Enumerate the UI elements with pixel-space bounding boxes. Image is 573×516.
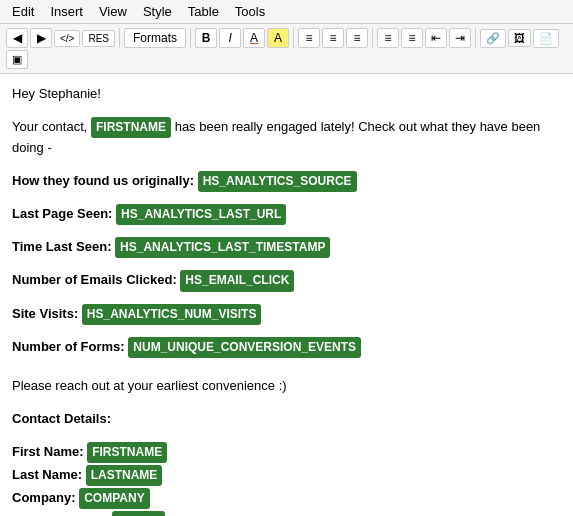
token-last-timestamp: HS_ANALYTICS_LAST_TIMESTAMP bbox=[115, 237, 330, 258]
divider-3 bbox=[293, 28, 294, 48]
reach-out-text: Please reach out at your earliest conven… bbox=[12, 378, 287, 393]
doc-button[interactable]: 📄 bbox=[533, 29, 559, 48]
italic-button[interactable]: I bbox=[219, 28, 241, 48]
token-num-visits: HS_ANALYTICS_NUM_VISITS bbox=[82, 304, 262, 325]
contact-lastname-line: Last Name: LASTNAME bbox=[12, 465, 561, 486]
analytics-source-label: How they found us originally: bbox=[12, 173, 194, 188]
align-center-button[interactable]: ≡ bbox=[322, 28, 344, 48]
menu-style[interactable]: Style bbox=[135, 2, 180, 21]
time-last-label: Time Last Seen: bbox=[12, 239, 111, 254]
align-left-button[interactable]: ≡ bbox=[298, 28, 320, 48]
spacer-5 bbox=[12, 260, 561, 270]
contact-company-line: Company: COMPANY bbox=[12, 488, 561, 509]
menu-tools[interactable]: Tools bbox=[227, 2, 273, 21]
media-button[interactable]: ▣ bbox=[6, 50, 28, 69]
token-analytics-source: HS_ANALYTICS_SOURCE bbox=[198, 171, 357, 192]
redo-button[interactable]: ▶ bbox=[30, 28, 52, 48]
emails-clicked-line: Number of Emails Clicked: HS_EMAIL_CLICK bbox=[12, 270, 561, 291]
menu-table[interactable]: Table bbox=[180, 2, 227, 21]
code-button[interactable]: </> bbox=[54, 30, 80, 47]
intro-text: Your contact, bbox=[12, 119, 87, 134]
image-button[interactable]: 🖼 bbox=[508, 29, 531, 47]
divider-5 bbox=[475, 28, 476, 48]
token-contact-lastname: LASTNAME bbox=[86, 465, 163, 486]
intro-line: Your contact, FIRSTNAME has been really … bbox=[12, 117, 561, 159]
align-right-button[interactable]: ≡ bbox=[346, 28, 368, 48]
spacer-1 bbox=[12, 107, 561, 117]
contact-firstname-line: First Name: FIRSTNAME bbox=[12, 442, 561, 463]
token-last-url: HS_ANALYTICS_LAST_URL bbox=[116, 204, 286, 225]
contact-company-label: Company: bbox=[12, 490, 76, 505]
contact-details-label-line: Contact Details: bbox=[12, 409, 561, 430]
menu-insert[interactable]: Insert bbox=[42, 2, 91, 21]
font-bg-button[interactable]: A bbox=[267, 28, 289, 48]
time-last-line: Time Last Seen: HS_ANALYTICS_LAST_TIMEST… bbox=[12, 237, 561, 258]
spacer-2 bbox=[12, 161, 561, 171]
spacer-8 bbox=[12, 360, 561, 376]
link-button[interactable]: 🔗 bbox=[480, 29, 506, 48]
token-contact-phone: PHONE bbox=[112, 511, 165, 516]
num-forms-label: Number of Forms: bbox=[12, 339, 125, 354]
divider-2 bbox=[190, 28, 191, 48]
analytics-source-line: How they found us originally: HS_ANALYTI… bbox=[12, 171, 561, 192]
spacer-6 bbox=[12, 294, 561, 304]
menu-bar: Edit Insert View Style Table Tools bbox=[0, 0, 573, 24]
ol-button[interactable]: ≡ bbox=[401, 28, 423, 48]
contact-details-label: Contact Details: bbox=[12, 411, 111, 426]
source-button[interactable]: RES bbox=[82, 30, 115, 47]
outdent-button[interactable]: ⇤ bbox=[425, 28, 447, 48]
spacer-7 bbox=[12, 327, 561, 337]
num-forms-line: Number of Forms: NUM_UNIQUE_CONVERSION_E… bbox=[12, 337, 561, 358]
reach-out-line: Please reach out at your earliest conven… bbox=[12, 376, 561, 397]
greeting-line: Hey Stephanie! bbox=[12, 84, 561, 105]
token-firstname-intro: FIRSTNAME bbox=[91, 117, 171, 138]
formats-dropdown[interactable]: Formats bbox=[124, 28, 186, 48]
site-visits-line: Site Visits: HS_ANALYTICS_NUM_VISITS bbox=[12, 304, 561, 325]
contact-firstname-label: First Name: bbox=[12, 444, 84, 459]
token-contact-firstname: FIRSTNAME bbox=[87, 442, 167, 463]
toolbar: ◀ ▶ </> RES Formats B I A A ≡ ≡ ≡ ≡ ≡ ⇤ … bbox=[0, 24, 573, 74]
site-visits-label: Site Visits: bbox=[12, 306, 78, 321]
token-contact-company: COMPANY bbox=[79, 488, 149, 509]
divider-1 bbox=[119, 28, 120, 48]
spacer-9 bbox=[12, 399, 561, 409]
spacer-10 bbox=[12, 432, 561, 442]
last-page-line: Last Page Seen: HS_ANALYTICS_LAST_URL bbox=[12, 204, 561, 225]
bold-button[interactable]: B bbox=[195, 28, 217, 48]
emails-clicked-label: Number of Emails Clicked: bbox=[12, 272, 177, 287]
indent-button[interactable]: ⇥ bbox=[449, 28, 471, 48]
menu-view[interactable]: View bbox=[91, 2, 135, 21]
menu-edit[interactable]: Edit bbox=[4, 2, 42, 21]
ul-button[interactable]: ≡ bbox=[377, 28, 399, 48]
token-email-click: HS_EMAIL_CLICK bbox=[180, 270, 294, 291]
undo-button[interactable]: ◀ bbox=[6, 28, 28, 48]
font-color-button[interactable]: A bbox=[243, 28, 265, 48]
token-conversion-events: NUM_UNIQUE_CONVERSION_EVENTS bbox=[128, 337, 361, 358]
editor-area[interactable]: Hey Stephanie! Your contact, FIRSTNAME h… bbox=[0, 74, 573, 516]
contact-phone-line: Phone Number: PHONE bbox=[12, 511, 561, 516]
spacer-4 bbox=[12, 227, 561, 237]
last-page-label: Last Page Seen: bbox=[12, 206, 112, 221]
spacer-3 bbox=[12, 194, 561, 204]
greeting-text: Hey Stephanie! bbox=[12, 86, 101, 101]
contact-lastname-label: Last Name: bbox=[12, 467, 82, 482]
divider-4 bbox=[372, 28, 373, 48]
